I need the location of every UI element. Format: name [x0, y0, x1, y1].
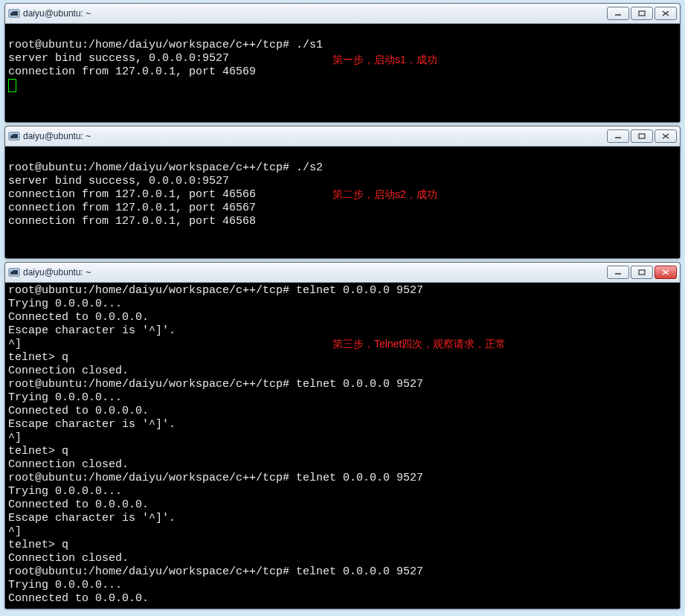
minimize-button[interactable] [607, 7, 629, 20]
terminal-window-3: daiyu@ubuntu: ~ root@ubuntu:/home/daiyu/… [4, 262, 681, 609]
term-line: root@ubuntu:/home/daiyu/workspace/c++/tc… [8, 161, 323, 174]
svg-rect-18 [639, 270, 645, 275]
term-block: root@ubuntu:/home/daiyu/workspace/c++/tc… [8, 284, 423, 605]
putty-icon [8, 130, 20, 142]
cursor-icon [8, 79, 16, 92]
svg-rect-2 [10, 11, 13, 13]
term-line: connection from 127.0.0.1, port 46569 [8, 65, 256, 78]
window-controls-1 [607, 7, 677, 20]
titlebar-1[interactable]: daiyu@ubuntu: ~ [5, 4, 680, 24]
annotation-3: 第三步，Telnet四次，观察请求，正常 [332, 337, 506, 350]
close-button[interactable] [655, 129, 677, 143]
putty-icon [8, 7, 20, 19]
close-button[interactable] [655, 7, 677, 20]
annotation-1: 第一步，启动s1，成功 [332, 53, 437, 66]
minimize-button[interactable] [607, 129, 629, 143]
svg-rect-16 [10, 270, 13, 272]
svg-rect-11 [639, 134, 645, 138]
window-title-3: daiyu@ubuntu: ~ [23, 267, 607, 277]
window-title-1: daiyu@ubuntu: ~ [23, 8, 607, 19]
term-line: server bind success, 0.0.0.0:9527 [8, 175, 229, 187]
minimize-button[interactable] [607, 266, 629, 279]
window-controls-3 [607, 266, 677, 279]
maximize-button[interactable] [631, 266, 653, 279]
svg-rect-4 [639, 11, 645, 16]
window-controls-2 [607, 129, 677, 143]
svg-rect-9 [10, 134, 13, 135]
term-line: connection from 127.0.0.1, port 46567 [8, 202, 256, 214]
terminal-window-1: daiyu@ubuntu: ~ root@ubuntu:/home/daiyu/… [4, 3, 681, 123]
putty-icon [8, 266, 20, 278]
term-line: root@ubuntu:/home/daiyu/workspace/c++/tc… [8, 39, 323, 51]
term-line: connection from 127.0.0.1, port 46568 [8, 215, 256, 228]
terminal-window-2: daiyu@ubuntu: ~ root@ubuntu:/home/daiyu/… [4, 126, 681, 259]
terminal-output-2[interactable]: root@ubuntu:/home/daiyu/workspace/c++/tc… [5, 147, 680, 258]
close-button[interactable] [655, 266, 677, 279]
terminal-output-1[interactable]: root@ubuntu:/home/daiyu/workspace/c++/tc… [5, 24, 680, 122]
annotation-2: 第二步，启动s2，成功 [332, 187, 437, 201]
term-line: connection from 127.0.0.1, port 46566 [8, 188, 256, 201]
terminal-output-3[interactable]: root@ubuntu:/home/daiyu/workspace/c++/tc… [5, 283, 680, 609]
maximize-button[interactable] [631, 129, 653, 143]
maximize-button[interactable] [631, 7, 653, 20]
titlebar-3[interactable]: daiyu@ubuntu: ~ [5, 263, 680, 283]
window-title-2: daiyu@ubuntu: ~ [23, 131, 607, 141]
term-line: server bind success, 0.0.0.0:9527 [8, 52, 229, 65]
titlebar-2[interactable]: daiyu@ubuntu: ~ [5, 126, 680, 147]
